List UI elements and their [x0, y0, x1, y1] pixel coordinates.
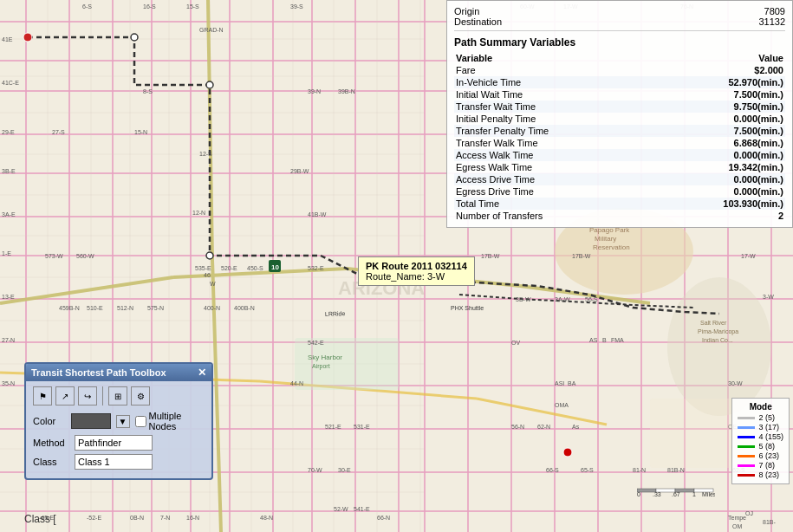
table-row: Number of Transfers2 — [454, 210, 785, 222]
summary-rows: Fare$2.000In-Vehicle Time52.970(min.)Ini… — [454, 64, 785, 222]
variable-header: Variable — [454, 52, 669, 64]
value-cell: $2.000 — [669, 64, 785, 76]
svg-text:8-S: 8-S — [143, 88, 153, 94]
svg-text:30-E: 30-E — [338, 467, 351, 473]
path-button[interactable]: ↪ — [78, 386, 97, 405]
value-cell: 7.500(min.) — [669, 125, 785, 137]
variable-cell: Number of Transfers — [454, 210, 669, 222]
variable-cell: Total Time — [454, 198, 669, 210]
value-header: Value — [669, 52, 785, 64]
color-swatch — [71, 413, 111, 429]
value-cell: 0.000(min.) — [669, 113, 785, 125]
svg-text:.33: .33 — [653, 491, 661, 497]
svg-text:Sky Harbor: Sky Harbor — [308, 354, 342, 361]
method-label: Method — [33, 438, 69, 448]
svg-text:-52-E: -52-E — [87, 515, 101, 521]
svg-text:Tempe: Tempe — [728, 515, 746, 522]
svg-point-81 — [667, 277, 771, 416]
svg-text:573-W: 573-W — [45, 253, 63, 259]
legend-color-swatch — [738, 417, 755, 419]
svg-text:531-E: 531-E — [354, 424, 370, 430]
route-button[interactable]: ↗ — [55, 386, 75, 405]
legend-color-swatch — [738, 436, 755, 438]
svg-text:400B-N: 400B-N — [234, 305, 255, 311]
legend-color-swatch — [738, 464, 755, 467]
svg-text:48-N: 48-N — [260, 515, 273, 521]
svg-text:PHX Shuttle: PHX Shuttle — [451, 305, 484, 311]
variable-cell: Transfer Penalty Time — [454, 125, 669, 137]
svg-text:560-W: 560-W — [76, 253, 94, 259]
legend-label: 6 (23) — [758, 451, 779, 460]
toolbox-content: ⚑ ↗ ↪ ⊞ ⚙ Color ▼ Multiple Nodes Method — [26, 381, 211, 478]
svg-text:62-N: 62-N — [537, 424, 550, 430]
map-container: Papago Park Military Reservation Salt Ri… — [0, 0, 793, 532]
legend-item: 8 (23) — [738, 470, 783, 479]
toolbox-title-bar[interactable]: Transit Shortest Path Toolbox ✕ — [26, 364, 211, 381]
svg-text:520-E: 520-E — [221, 265, 237, 271]
svg-text:66-S: 66-S — [546, 467, 559, 473]
table-row: Access Drive Time0.000(min.) — [454, 173, 785, 185]
svg-text:41C-E: 41C-E — [2, 80, 19, 86]
class-row: Class — [33, 454, 205, 470]
summary-table: Variable Value Fare$2.000In-Vehicle Time… — [454, 52, 785, 222]
value-cell: 103.930(min.) — [669, 198, 785, 210]
layer-button[interactable]: ⊞ — [108, 386, 127, 405]
svg-text:W: W — [210, 281, 216, 287]
svg-text:450-S: 450-S — [247, 265, 263, 271]
color-dropdown[interactable]: ▼ — [116, 415, 130, 428]
svg-text:3-W: 3-W — [763, 294, 774, 300]
value-cell: 19.342(min.) — [669, 161, 785, 173]
variable-cell: Transfer Wait Time — [454, 101, 669, 113]
class-input[interactable] — [75, 454, 153, 470]
table-row: In-Vehicle Time52.970(min.) — [454, 76, 785, 88]
svg-text:GRAD-N: GRAD-N — [199, 27, 224, 33]
svg-text:Indian Co...: Indian Co... — [702, 337, 733, 343]
svg-text:41B-W: 41B-W — [308, 211, 327, 217]
svg-text:27-S: 27-S — [52, 129, 65, 135]
multiple-nodes-control: Multiple Nodes — [135, 411, 205, 431]
svg-text:29B-W: 29B-W — [290, 168, 309, 174]
value-cell: 6.868(min.) — [669, 137, 785, 149]
toolbox-title-text: Transit Shortest Path Toolbox — [31, 367, 166, 378]
svg-text:81B-N: 81B-N — [667, 467, 685, 473]
summary-title: Path Summary Variables — [454, 36, 785, 49]
svg-text:400-N: 400-N — [204, 305, 220, 311]
svg-text:44-N: 44-N — [290, 380, 303, 386]
origin-label: Origin — [454, 6, 479, 16]
legend-item: 5 (8) — [738, 442, 783, 451]
table-row: Transfer Walk Time6.868(min.) — [454, 137, 785, 149]
settings-button[interactable]: ⚙ — [131, 386, 150, 405]
svg-text:Reservation: Reservation — [593, 243, 630, 251]
svg-text:39-S: 39-S — [290, 3, 303, 10]
svg-text:OJ: OJ — [745, 510, 753, 516]
svg-text:15-S: 15-S — [186, 3, 199, 10]
origin-destination: Origin 7809 Destination 31132 — [454, 6, 785, 31]
legend-label: 7 (8) — [758, 461, 775, 470]
toolbox-close-button[interactable]: ✕ — [198, 367, 206, 379]
tooltip-route-name: Route_Name: 3-W — [366, 271, 467, 282]
legend-item: 6 (23) — [738, 451, 783, 460]
svg-text:27-N: 27-N — [2, 337, 15, 343]
svg-text:542-E: 542-E — [308, 340, 324, 346]
legend-label: 3 (17) — [758, 423, 779, 431]
variable-cell: Initial Penalty Time — [454, 113, 669, 125]
svg-text:3A-E: 3A-E — [2, 211, 16, 217]
route-name-value: 3-W — [427, 271, 445, 282]
flag-button[interactable]: ⚑ — [33, 386, 52, 405]
svg-text:56-S: 56-S — [585, 296, 598, 302]
multiple-nodes-label: Multiple Nodes — [149, 411, 205, 431]
route-name-label: Route_Name: — [366, 271, 425, 282]
svg-text:512-N: 512-N — [117, 305, 133, 311]
svg-text:510-E: 510-E — [87, 305, 103, 311]
value-cell: 2 — [669, 210, 785, 222]
multiple-nodes-checkbox[interactable] — [135, 416, 146, 427]
svg-text:OMA: OMA — [555, 402, 569, 408]
svg-text:41E: 41E — [2, 36, 13, 42]
value-cell: 52.970(min.) — [669, 76, 785, 88]
method-input[interactable] — [75, 435, 153, 451]
svg-rect-85 — [295, 338, 399, 390]
svg-text:As: As — [572, 424, 580, 430]
svg-text:12-N: 12-N — [192, 210, 205, 216]
svg-text:B: B — [602, 337, 607, 343]
svg-text:16-N: 16-N — [186, 515, 199, 521]
